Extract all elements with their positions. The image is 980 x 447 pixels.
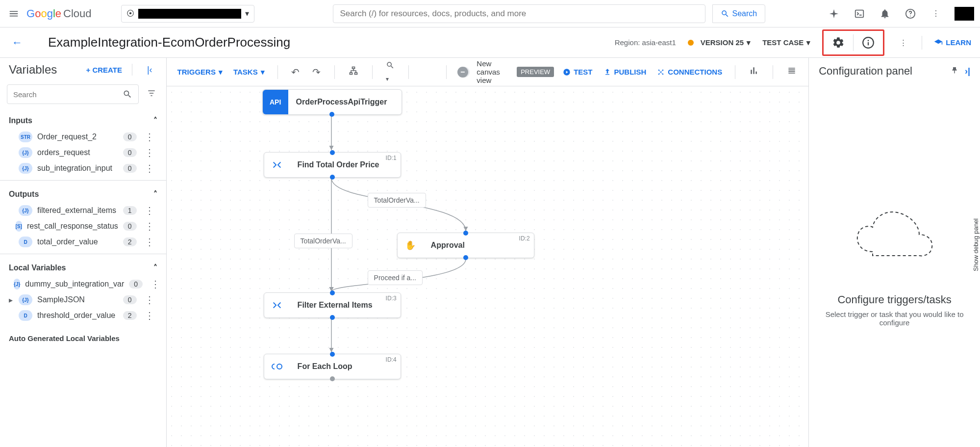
variable-row[interactable]: [S]rest_call_response_status0⋮ [0, 218, 166, 234]
variable-row[interactable]: {J}filtered_external_items1⋮ [0, 203, 166, 218]
locals-section-header[interactable]: Local Variables ˄ [0, 259, 166, 276]
more-vert-icon[interactable]: ⋮ [142, 131, 157, 143]
search-button[interactable]: Search [712, 4, 766, 23]
help-icon[interactable] [904, 7, 917, 21]
more-vert-icon[interactable]: ⋮ [896, 36, 910, 50]
more-vert-icon[interactable]: ⋮ [142, 310, 157, 321]
var-name: filtered_external_items [37, 206, 116, 215]
node-foreach[interactable]: ID:4 For Each Loop [264, 354, 401, 379]
top-header: Google Cloud ⦿ ▾ Search ⋮ [0, 0, 980, 27]
test-button[interactable]: TEST [561, 65, 594, 79]
variable-row[interactable]: Dtotal_order_value2⋮ [0, 234, 166, 250]
avatar[interactable] [955, 7, 974, 21]
port-bottom[interactable] [330, 376, 335, 381]
create-variable-button[interactable]: + CREATE [86, 66, 122, 74]
learn-button[interactable]: LEARN [934, 38, 971, 47]
port-top[interactable] [330, 290, 335, 295]
more-vert-icon[interactable]: ⋮ [142, 162, 157, 174]
connections-button[interactable]: CONNECTIONS [655, 65, 724, 79]
info-button[interactable] [856, 33, 880, 53]
svg-point-4 [868, 40, 869, 41]
node-approval[interactable]: ID:2 ✋ Approval [397, 233, 534, 258]
chevron-up-icon: ˄ [153, 116, 157, 125]
project-picker[interactable]: ⦿ ▾ [121, 5, 254, 23]
more-vert-icon[interactable]: ⋮ [142, 147, 157, 158]
more-vert-icon[interactable]: ⋮ [142, 220, 157, 232]
inputs-section-header[interactable]: Inputs ˄ [0, 112, 166, 129]
variable-search[interactable] [7, 84, 139, 104]
magic-wand-icon[interactable] [420, 63, 435, 81]
port-top[interactable] [463, 231, 468, 236]
port-top[interactable] [330, 352, 335, 357]
debug-panel-tab[interactable]: Show debug panel [971, 213, 980, 276]
more-vert-icon[interactable]: ⋮ [142, 294, 157, 306]
hamburger-icon[interactable] [6, 6, 22, 22]
outputs-section-header[interactable]: Outputs ˄ [0, 185, 166, 203]
var-count: 0 [129, 280, 143, 289]
node-find-total[interactable]: ID:1 Find Total Order Price [264, 152, 401, 178]
port-bottom[interactable] [330, 315, 335, 320]
redo-icon[interactable]: ↷ [309, 63, 324, 81]
node-filter[interactable]: ID:3 Filter External Items [264, 292, 401, 318]
notifications-icon[interactable] [878, 7, 892, 21]
expand-right-icon[interactable]: ›| [965, 66, 970, 77]
inputs-section: Inputs ˄ STROrder_request_20⋮{J}orders_r… [0, 112, 166, 181]
variable-row[interactable]: {J}orders_request0⋮ [0, 145, 166, 160]
collapse-left-icon[interactable]: |‹ [142, 65, 157, 75]
zoom-dropdown[interactable]: ▾ [383, 58, 398, 86]
publish-button[interactable]: PUBLISH [602, 65, 649, 79]
outputs-section: Outputs ˄ {J}filtered_external_items1⋮[S… [0, 185, 166, 254]
port-bottom[interactable] [463, 255, 468, 260]
var-count: 0 [123, 295, 137, 304]
testcase-dropdown[interactable]: TEST CASE ▾ [762, 38, 810, 47]
logo-google-text: Google [26, 7, 61, 20]
edge-label[interactable]: Proceed if a... [368, 270, 423, 285]
more-vert-icon[interactable]: ⋮ [148, 278, 163, 290]
more-vert-icon[interactable]: ⋮ [142, 236, 157, 248]
analytics-icon[interactable] [746, 63, 762, 81]
global-search[interactable] [333, 4, 705, 23]
node-trigger[interactable]: API OrderProcessApiTrigger [262, 89, 402, 115]
more-vert-icon[interactable]: ⋮ [142, 205, 157, 216]
var-count: 2 [123, 311, 137, 320]
undo-icon[interactable]: ↶ [288, 63, 302, 81]
settings-button[interactable] [827, 33, 850, 53]
version-dropdown[interactable]: VERSION 25 ▾ [688, 38, 751, 47]
variables-title: Variables [9, 63, 80, 77]
page-title: ExampleIntegration-EcomOrderProcessing [48, 35, 290, 50]
section-title: Local Variables [9, 263, 66, 272]
variable-row[interactable]: Dthreshold_order_value2⋮ [0, 308, 166, 323]
config-empty-title: Configure triggers/tasks [837, 293, 951, 306]
layout-icon[interactable] [346, 63, 361, 81]
canvas[interactable]: API OrderProcessApiTrigger ID:1 Find Tot… [167, 86, 809, 447]
variable-row[interactable]: ▸{J}SampleJSON0⋮ [0, 292, 166, 308]
pin-icon[interactable] [950, 65, 959, 78]
variable-search-input[interactable] [13, 90, 123, 99]
cloud-shell-icon[interactable] [853, 7, 866, 21]
separator [735, 65, 735, 79]
triggers-dropdown[interactable]: TRIGGERS ▾ [176, 65, 225, 79]
logs-icon[interactable] [784, 63, 800, 81]
edge-label[interactable]: TotalOrderVa... [294, 234, 352, 248]
tasks-dropdown[interactable]: TASKS ▾ [231, 65, 267, 79]
global-search-input[interactable] [340, 9, 698, 19]
variable-row[interactable]: {J}dummy_sub_integration_var0⋮ [0, 276, 166, 292]
variable-row[interactable]: {J}sub_integration_input0⋮ [0, 160, 166, 176]
var-count: 2 [123, 237, 137, 246]
filter-icon[interactable] [144, 85, 159, 104]
canvas-view-toggle[interactable]: − [457, 67, 470, 78]
port-top[interactable] [330, 150, 335, 155]
cloud-sketch-icon [851, 203, 939, 264]
edge-label[interactable]: TotalOrderVa... [368, 193, 426, 208]
var-name: total_order_value [37, 237, 98, 246]
svg-rect-7 [350, 73, 352, 74]
port-bottom[interactable] [329, 112, 334, 117]
logo[interactable]: Google Cloud [26, 7, 92, 20]
back-arrow-icon[interactable]: ← [9, 33, 25, 52]
variable-row[interactable]: STROrder_request_20⋮ [0, 129, 166, 145]
expand-icon[interactable]: ▸ [9, 295, 14, 305]
more-vert-icon[interactable]: ⋮ [929, 7, 943, 21]
port-bottom[interactable] [330, 175, 335, 180]
gemini-icon[interactable] [827, 7, 841, 21]
svg-rect-6 [352, 67, 354, 69]
